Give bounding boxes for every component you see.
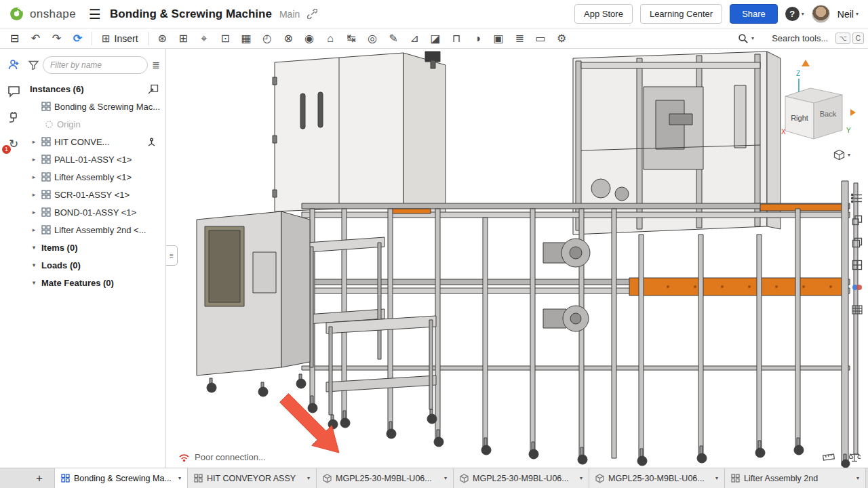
tab-mgpl25-1[interactable]: MGPL25-30-M9BL-U06... ▾ [317, 468, 454, 488]
panel-toggle-icon[interactable]: ⊟ [4, 30, 25, 47]
app-store-button[interactable]: App Store [574, 4, 633, 24]
display-states-icon[interactable]: ▣ [488, 30, 509, 47]
section-loads[interactable]: ▾ Loads (0) [27, 256, 165, 274]
center-of-mass-icon[interactable]: ◎ [362, 30, 383, 47]
share-button[interactable]: Share [730, 4, 778, 24]
tree-item[interactable]: ▸ PALL-01-ASSY <1> [27, 150, 165, 168]
drawing-icon[interactable]: ▭ [530, 30, 551, 47]
tab-menu-caret-icon[interactable]: ▾ [856, 475, 859, 481]
tab-menu-caret-icon[interactable]: ▾ [307, 475, 310, 481]
tab-mgpl25-2[interactable]: MGPL25-30-M9BL-U06... ▾ [454, 468, 589, 488]
chevron-down-icon: ▾ [856, 11, 859, 17]
user-menu[interactable]: Neil ▾ [837, 9, 859, 20]
sketch-icon[interactable]: ✎ [383, 30, 404, 47]
replicate-icon[interactable]: ⊡ [215, 30, 236, 47]
explode-icon[interactable]: ⊗ [278, 30, 299, 47]
measure-tool-icon[interactable]: ⊿ [404, 30, 425, 47]
insert-button[interactable]: ⊞ Insert [96, 30, 144, 47]
tree-item[interactable]: ▸ HIT CONVE... [27, 133, 165, 150]
duplicate-panel-icon[interactable] [848, 235, 865, 251]
tree-item[interactable]: ▸ Lifter Assembly 2nd <... [27, 221, 165, 239]
add-tab-button[interactable]: + [30, 468, 49, 488]
assembly-3d-view[interactable] [166, 49, 868, 468]
history-icon[interactable]: ↻ 1 [6, 136, 21, 151]
document-title: Bonding & Screwing Machine [110, 7, 272, 21]
tree-item[interactable]: ▸ Lifter Assembly <1> [27, 168, 165, 186]
panel-collapse-handle[interactable]: ≡ [166, 245, 178, 266]
section-mate-features[interactable]: ▾ Mate Features (0) [27, 274, 165, 291]
collapse-chevron-icon[interactable]: ▾ [30, 279, 38, 286]
search-tools-label[interactable]: Search tools... [772, 33, 828, 43]
mate-icon[interactable]: ⊛ [152, 30, 173, 47]
tab-menu-caret-icon[interactable]: ▾ [715, 475, 718, 481]
tab-hit-conveyor-assy[interactable]: HIT CONVEYOR ASSY ▾ [188, 468, 317, 488]
interference-icon[interactable]: ⊓ [446, 30, 467, 47]
bom-icon[interactable]: ≣ [509, 30, 530, 47]
tree-item-origin[interactable]: Origin [27, 115, 165, 133]
measure-icon[interactable] [822, 451, 835, 463]
named-positions-icon[interactable]: ⌂ [320, 30, 341, 47]
collapse-chevron-icon[interactable]: ▾ [30, 244, 38, 251]
circular-pattern-icon[interactable]: ◴ [257, 30, 278, 47]
transform-icon[interactable]: ↹ [341, 30, 362, 47]
tab-menu-caret-icon[interactable]: ▾ [178, 475, 181, 481]
learning-center-button[interactable]: Learning Center [640, 4, 722, 24]
expand-chevron-icon[interactable]: ▸ [30, 156, 38, 163]
help-menu[interactable]: ? ▾ [785, 7, 804, 21]
tree-item-root[interactable]: Bonding & Screwing Mac... [27, 98, 165, 115]
3d-viewport[interactable]: Z X Y Right Back ▾ [166, 49, 868, 468]
mate-connector-icon[interactable]: ⌖ [194, 30, 215, 47]
tab-menu-caret-icon[interactable]: ▾ [444, 475, 447, 481]
follow-mode-icon[interactable] [6, 57, 21, 72]
section-items[interactable]: ▾ Items (0) [27, 239, 165, 256]
snapshot-icon[interactable]: ◉ [299, 30, 320, 47]
tree-item[interactable]: ▸ SCR-01-ASSY <1> [27, 186, 165, 203]
toolbar-divider [148, 32, 149, 45]
filter-input[interactable] [43, 56, 148, 74]
appearance-panel-icon[interactable] [848, 279, 865, 296]
bom-panel-icon[interactable] [848, 190, 865, 206]
expand-chevron-icon[interactable]: ▸ [30, 191, 38, 198]
layout-panel-icon[interactable] [848, 257, 865, 273]
list-view-icon[interactable]: ≣ [152, 60, 160, 70]
linear-pattern-icon[interactable]: ▦ [236, 30, 257, 47]
assembly-tab-icon [731, 474, 740, 483]
expand-chevron-icon[interactable]: ▸ [30, 138, 38, 145]
table-panel-icon[interactable] [848, 302, 865, 318]
workspace-name[interactable]: Main [279, 9, 300, 20]
search-tools-menu[interactable]: ▾ [738, 33, 754, 44]
tab-lifter-assembly-2nd[interactable]: Lifter Assembly 2nd ▾ [725, 468, 866, 488]
expand-chevron-icon[interactable]: ▸ [30, 174, 38, 180]
share-link-icon[interactable] [307, 9, 317, 19]
insert-instance-icon[interactable] [148, 84, 159, 94]
comments-icon[interactable] [6, 83, 21, 98]
view-options-menu[interactable]: ▾ [833, 149, 850, 161]
connections-icon[interactable] [6, 110, 21, 125]
mass-properties-icon[interactable] [848, 451, 861, 463]
section-view-icon[interactable]: ◪ [425, 30, 446, 47]
group-icon[interactable]: ⊞ [173, 30, 194, 47]
view-cube[interactable]: Z X Y Right Back [780, 54, 861, 146]
redo-icon[interactable]: ↷ [46, 30, 67, 47]
instances-panel-icon[interactable] [848, 212, 865, 228]
onshape-logo-icon[interactable] [9, 7, 24, 21]
undo-icon[interactable]: ↶ [25, 30, 46, 47]
expand-chevron-icon[interactable]: ▸ [30, 226, 38, 233]
instances-panel: ≣ Instances (6) [27, 49, 166, 468]
origin-icon [45, 120, 54, 129]
machine-front-left[interactable] [197, 211, 310, 396]
tab-mgpl25-3[interactable]: MGPL25-30-M9BL-U06... ▾ [589, 468, 725, 488]
sync-update-icon[interactable]: ⟳ [67, 30, 88, 47]
tree-item[interactable]: ▸ BOND-01-ASSY <1> [27, 203, 165, 221]
filter-funnel-icon[interactable] [28, 60, 39, 70]
tab-bonding-screwing-assembly[interactable]: Bonding & Screwing Ma... ▾ [54, 468, 188, 488]
appearance-icon[interactable]: ◑ [467, 30, 488, 47]
user-avatar[interactable] [812, 5, 830, 23]
collapse-chevron-icon[interactable]: ▾ [30, 262, 38, 268]
tab-menu-caret-icon[interactable]: ▾ [580, 475, 583, 481]
cabinet-left[interactable] [273, 52, 446, 216]
left-panel-strip: ↻ 1 [0, 49, 27, 468]
settings-icon[interactable]: ⚙ [551, 30, 572, 47]
expand-chevron-icon[interactable]: ▸ [30, 209, 38, 216]
document-menu-icon[interactable]: ☰ [89, 7, 101, 21]
